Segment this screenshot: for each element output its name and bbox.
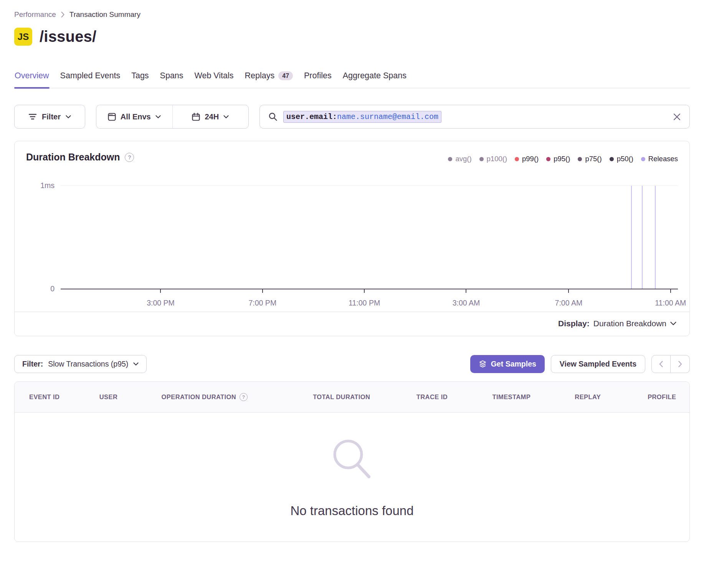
column-header-total-duration: TOTAL DURATION [313,393,416,401]
column-header-label: OPERATION DURATION [162,393,236,401]
chevron-down-icon [155,115,161,119]
help-icon[interactable]: ? [240,393,248,401]
window-icon [108,113,116,121]
page-title: /issues/ [40,28,96,45]
tab-label: Aggregate Spans [343,71,407,81]
view-sampled-events-button[interactable]: View Sampled Events [551,355,645,373]
column-header-profile: PROFILE [648,393,689,401]
search-icon [268,112,278,121]
display-selector[interactable]: Display: Duration Breakdown [15,312,689,336]
legend-label: p50() [617,155,633,163]
column-header-label: REPLAY [575,393,601,401]
release-marker-line [655,186,656,289]
breadcrumb-performance-link[interactable]: Performance [14,10,56,19]
chevron-down-icon [66,115,71,119]
tab-label: Profiles [304,71,332,81]
legend-item-avg[interactable]: avg() [448,155,471,163]
table-header-row: EVENT IDUSEROPERATION DURATION?TOTAL DUR… [15,382,689,413]
chevron-down-icon [133,362,139,366]
y-axis-label-bottom: 0 [50,284,55,293]
previous-page-button[interactable] [651,355,671,373]
legend-label: avg() [455,155,471,163]
column-header-event-id: EVENT ID [29,393,99,401]
x-axis-tick [262,289,263,293]
legend-item-releases[interactable]: Releases [641,155,678,163]
legend-dot [448,157,452,161]
legend-item-p100[interactable]: p100() [479,155,507,163]
duration-breakdown-panel: Duration Breakdown ? avg()p100()p99()p95… [14,141,690,336]
chevron-right-icon [61,12,64,18]
display-label: Display: [558,319,590,328]
stack-icon [479,360,487,368]
chevron-right-icon [678,361,682,367]
help-icon[interactable]: ? [125,153,134,162]
page-header: JS /issues/ [14,28,690,46]
x-axis-tick [670,289,671,293]
column-header-label: TIMESTAMP [492,393,531,401]
tab-label: Tags [131,71,149,81]
tab-replays[interactable]: Replays47 [245,70,293,88]
calendar-icon [192,113,200,121]
filter-lines-icon [28,114,37,120]
x-axis-tick [568,289,569,293]
search-input[interactable]: user.email:name.surname@email.com [259,105,690,129]
table-empty-state: No transactions found [15,413,689,542]
transaction-filter-dropdown[interactable]: Filter: Slow Transactions (p95) [14,355,147,373]
x-axis-label: 3:00 PM [147,299,175,307]
x-axis-label: 11:00 PM [349,299,380,307]
tab-label: Overview [15,71,49,81]
release-marker-line [642,186,643,289]
chevron-left-icon [659,361,663,367]
env-time-selector: All Envs 24H [96,105,249,129]
legend-dot [515,157,519,161]
empty-message: No transactions found [290,504,413,518]
legend-item-p95[interactable]: p95() [546,155,570,163]
filter-toolbar: Filter All Envs 24H [14,105,690,129]
time-range-selector[interactable]: 24H [173,105,249,128]
filter-value: Slow Transactions (p95) [48,360,128,368]
x-axis-tick [466,289,466,293]
environment-value: All Envs [121,112,151,121]
tab-aggregate-spans[interactable]: Aggregate Spans [342,70,407,88]
legend-dot [546,157,550,161]
x-axis-label: 7:00 PM [249,299,277,307]
column-header-trace-id: TRACE ID [416,393,492,401]
samples-toolbar: Filter: Slow Transactions (p95) Get Samp… [14,355,690,373]
column-header-timestamp: TIMESTAMP [492,393,575,401]
token-key: user.email: [286,112,337,121]
empty-search-icon [329,436,375,482]
clear-search-icon[interactable] [673,113,681,121]
tab-profiles[interactable]: Profiles [304,70,332,88]
search-query-token[interactable]: user.email:name.surname@email.com [283,111,441,123]
tab-label: Sampled Events [60,71,121,81]
filter-button[interactable]: Filter [14,105,85,129]
x-axis [61,289,678,289]
legend-item-p50[interactable]: p50() [610,155,633,163]
token-value: name.surname@email.com [337,112,438,121]
legend-dot [610,157,614,161]
legend-item-p75[interactable]: p75() [578,155,602,163]
tab-web-vitals[interactable]: Web Vitals [194,70,234,88]
tab-overview[interactable]: Overview [14,70,50,88]
column-header-label: TOTAL DURATION [313,393,370,401]
tab-tags[interactable]: Tags [131,70,149,88]
chart-title: Duration Breakdown ? [26,152,134,163]
tab-label: Web Vitals [195,71,234,81]
filter-label: Filter: [22,360,43,368]
x-axis-label: 3:00 AM [453,299,480,307]
next-page-button[interactable] [671,355,690,373]
environment-selector[interactable]: All Envs [96,105,172,128]
column-header-label: PROFILE [648,393,676,401]
x-axis-label: 7:00 AM [555,299,583,307]
legend-item-p99[interactable]: p99() [515,155,539,163]
column-header-replay: REPLAY [575,393,648,401]
release-marker-line [631,186,632,289]
javascript-platform-icon: JS [14,28,32,46]
tab-spans[interactable]: Spans [160,70,184,88]
tab-sampled-events[interactable]: Sampled Events [60,70,121,88]
tab-label: Replays [245,71,275,81]
get-samples-button[interactable]: Get Samples [470,355,545,373]
gridline [61,185,678,186]
breadcrumb-current: Transaction Summary [69,10,140,19]
y-axis-label-top: 1ms [40,181,55,190]
